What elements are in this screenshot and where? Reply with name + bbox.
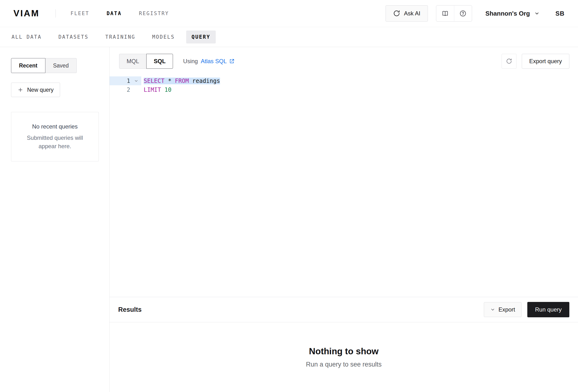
external-link-icon <box>229 58 235 64</box>
chevron-down-icon <box>534 11 539 16</box>
nav-registry[interactable]: REGISTRY <box>139 10 169 16</box>
atlas-sql-link-label: Atlas SQL <box>201 58 227 65</box>
main-nav: FLEET DATA REGISTRY <box>71 10 169 16</box>
using-label: Using <box>183 58 198 65</box>
org-switcher[interactable]: Shannon's Org <box>485 10 539 17</box>
using-atlas-sql: Using Atlas SQL <box>183 58 235 65</box>
line-number: 2 <box>109 87 131 93</box>
results-empty-title: Nothing to show <box>309 346 379 356</box>
viam-logo[interactable]: VIAM <box>13 8 40 18</box>
avatar[interactable]: SB <box>555 10 565 17</box>
mql-tab[interactable]: MQL <box>119 54 146 69</box>
ask-ai-label: Ask AI <box>404 10 420 17</box>
export-results-label: Export <box>498 306 515 313</box>
gutter-line-2: 2 <box>109 85 141 94</box>
viam-data-query-page: VIAM FLEET DATA REGISTRY Ask AI <box>0 0 578 392</box>
help-icon <box>459 10 467 17</box>
tab-models[interactable]: MODELS <box>147 31 180 44</box>
empty-queries-subtitle: Submitted queries will appear here. <box>19 134 90 150</box>
gutter-line-1: 1 <box>109 76 141 85</box>
nav-fleet[interactable]: FLEET <box>71 10 89 16</box>
org-name: Shannon's Org <box>485 10 530 17</box>
recent-queries-empty-state: No recent queries Submitted queries will… <box>11 112 99 161</box>
code-line-2[interactable]: 2 LIMIT 10 <box>109 85 578 94</box>
query-main: MQL SQL Using Atlas SQL <box>109 47 578 392</box>
results-empty-state: Nothing to show Run a query to see resul… <box>109 322 578 392</box>
results-title: Results <box>118 306 142 313</box>
book-icon <box>441 10 449 17</box>
refresh-icon <box>506 58 512 64</box>
results-header: Results Export Run query <box>109 297 578 322</box>
code-text-line-2: LIMIT 10 <box>141 87 172 93</box>
new-query-label: New query <box>27 87 53 93</box>
data-tabbar: ALL DATA DATASETS TRAINING MODELS QUERY <box>0 27 578 47</box>
sql-tab[interactable]: SQL <box>146 54 173 69</box>
results-actions: Export Run query <box>484 302 569 317</box>
header-right: Ask AI <box>385 5 565 22</box>
results-empty-subtitle: Run a query to see results <box>306 361 382 368</box>
tab-query[interactable]: QUERY <box>186 31 215 44</box>
export-query-button[interactable]: Export query <box>522 54 569 69</box>
top-header: VIAM FLEET DATA REGISTRY Ask AI <box>0 0 578 27</box>
editor-toolbar: MQL SQL Using Atlas SQL <box>109 47 578 75</box>
line-number: 1 <box>109 78 131 84</box>
ask-ai-button[interactable]: Ask AI <box>385 5 428 22</box>
query-sidebar: Recent Saved New query No recent queries… <box>0 47 109 392</box>
recent-saved-toggle: Recent Saved <box>11 58 99 73</box>
help-button[interactable] <box>454 5 472 21</box>
run-query-button[interactable]: Run query <box>527 302 569 317</box>
tab-training[interactable]: TRAINING <box>100 31 141 44</box>
tab-all-data[interactable]: ALL DATA <box>6 31 47 44</box>
atlas-sql-link[interactable]: Atlas SQL <box>201 58 235 65</box>
plus-icon <box>18 87 23 93</box>
saved-tab[interactable]: Saved <box>46 58 77 73</box>
sql-code-editor[interactable]: 1 SELECT * FROM readings 2 LIMI <box>109 75 578 297</box>
code-line-1[interactable]: 1 SELECT * FROM readings <box>109 76 578 85</box>
code-text-line-1: SELECT * FROM readings <box>141 78 220 84</box>
docs-button[interactable] <box>436 5 454 21</box>
page-body: Recent Saved New query No recent queries… <box>0 47 578 392</box>
query-mode-toggle: MQL SQL <box>119 54 173 69</box>
tab-datasets[interactable]: DATASETS <box>53 31 94 44</box>
fold-chevron-icon[interactable] <box>131 79 141 83</box>
refresh-query-button[interactable] <box>502 54 517 69</box>
chevron-down-icon <box>490 307 495 312</box>
new-query-button[interactable]: New query <box>11 83 60 97</box>
export-results-button[interactable]: Export <box>484 302 522 317</box>
empty-queries-title: No recent queries <box>19 123 90 130</box>
header-divider <box>55 9 56 17</box>
nav-data[interactable]: DATA <box>107 10 122 16</box>
editor-toolbar-right: Export query <box>502 54 569 69</box>
recent-tab[interactable]: Recent <box>11 58 46 73</box>
ask-ai-icon <box>393 10 400 17</box>
header-left: VIAM FLEET DATA REGISTRY <box>13 8 169 18</box>
help-icon-group <box>436 5 472 22</box>
